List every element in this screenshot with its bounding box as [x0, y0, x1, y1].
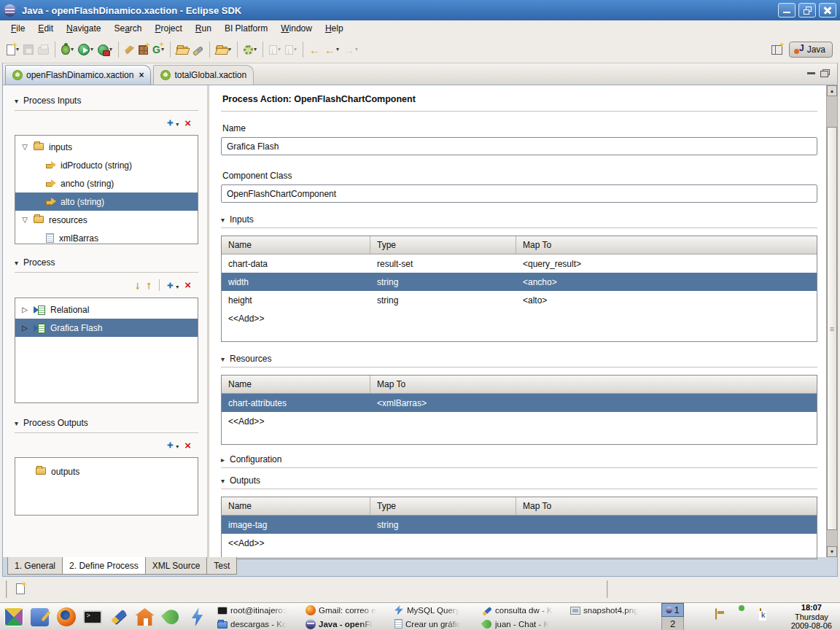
tab-general[interactable]: 1. General [7, 557, 63, 575]
inputs-section-header[interactable]: ▾Inputs [221, 214, 817, 225]
new-report-button[interactable]: G▾ [150, 40, 166, 59]
table-row-selected[interactable]: image-tag string [222, 516, 817, 534]
resources-section-header[interactable]: ▾Resources [221, 354, 817, 364]
volume-icon[interactable] [694, 609, 710, 625]
dropdown-caret-icon[interactable]: ▾ [71, 47, 74, 52]
window-titlebar[interactable]: Java - openFlashDinamico.xaction - Eclip… [0, 0, 840, 20]
workspace-2[interactable]: 2 [661, 617, 684, 630]
add-row[interactable]: <<Add>> [222, 534, 817, 552]
run-config-button[interactable]: ▾ [241, 40, 259, 59]
add-action-button[interactable]: + ▾ [167, 280, 179, 291]
scroll-down-icon[interactable]: ▼ [827, 546, 837, 557]
debug-button[interactable]: ▾ [59, 40, 76, 59]
menu-navigate[interactable]: Navigate [60, 22, 107, 35]
column-header-type[interactable]: Type [370, 236, 516, 254]
tree-item-idproducto[interactable]: idProducto (string) [15, 156, 198, 174]
tab-totalglobal[interactable]: totalGlobal.xaction [153, 65, 254, 85]
action-item-grafica-flash[interactable]: ▷Grafica Flash [15, 319, 198, 337]
menu-run[interactable]: Run [189, 22, 218, 35]
task-crear-grafico[interactable]: Crear un gráfic [391, 617, 479, 630]
column-header-type[interactable]: Type [370, 497, 516, 515]
table-row[interactable]: height string <alto> [222, 291, 817, 309]
restore-button[interactable] [798, 3, 816, 18]
process-outputs-header[interactable]: ▾Process Outputs [3, 403, 207, 430]
delete-input-button[interactable]: × [184, 118, 191, 128]
workspace-1[interactable]: 1 [661, 603, 684, 617]
menu-edit[interactable]: Edit [31, 22, 60, 35]
chevron-down-icon[interactable]: ▾ [176, 121, 179, 128]
column-header-name[interactable]: Name [222, 497, 370, 515]
expander-icon[interactable]: ▽ [21, 143, 28, 151]
bird-messenger-launcher-icon[interactable] [160, 606, 182, 629]
name-input[interactable] [221, 137, 817, 155]
notes-icon[interactable] [715, 609, 731, 625]
close-button[interactable] [819, 3, 836, 18]
process-inputs-header[interactable]: ▾Process Inputs [3, 87, 207, 108]
column-header-mapto[interactable]: Map To [370, 376, 817, 393]
tree-item-inputs[interactable]: ▽inputs [15, 138, 198, 156]
tab-openflashdinamico[interactable]: openFlashDinamico.xaction × [5, 65, 151, 85]
new-wizard-button[interactable]: ▾ [4, 40, 21, 59]
add-label[interactable]: <<Add>> [222, 416, 370, 427]
tree-item-xmlbarras[interactable]: xmlBarras [15, 229, 198, 244]
minimize-button[interactable] [778, 3, 796, 18]
component-class-input[interactable] [221, 184, 817, 203]
firefox-launcher-icon[interactable] [55, 606, 77, 629]
collapse-triangle-icon[interactable]: ▾ [221, 477, 225, 485]
menu-window[interactable]: Window [274, 22, 319, 35]
new-package-button[interactable] [136, 40, 150, 59]
tab-define-process[interactable]: 2. Define Process [62, 557, 146, 575]
bi-publish-button[interactable] [122, 40, 136, 59]
maximize-view-icon[interactable] [822, 69, 830, 75]
task-mysql-query[interactable]: MySQL Query [391, 603, 479, 617]
dropdown-caret-icon[interactable]: ▾ [161, 47, 164, 52]
dropdown-caret-icon[interactable]: ▾ [336, 47, 339, 52]
collapse-triangle-icon[interactable]: ▾ [221, 355, 225, 363]
menu-file[interactable]: File [4, 22, 31, 35]
tab-close-icon[interactable]: × [137, 70, 144, 80]
dropdown-caret-icon[interactable]: ▾ [254, 47, 257, 52]
menu-help[interactable]: Help [319, 22, 350, 35]
collapse-triangle-icon[interactable]: ▾ [15, 419, 18, 427]
chevron-down-icon[interactable]: ▾ [176, 443, 179, 450]
dropdown-caret-icon[interactable]: ▾ [16, 47, 19, 52]
table-row[interactable]: chart-data result-set <query_result> [222, 254, 817, 273]
chevron-down-icon[interactable]: ▾ [176, 284, 179, 290]
external-tools-button[interactable]: ▾ [96, 40, 114, 59]
task-eclipse-java[interactable]: Java - openFl [303, 617, 391, 630]
menu-search[interactable]: Search [107, 22, 148, 35]
home-folder-launcher-icon[interactable] [133, 606, 156, 629]
move-up-button[interactable]: ↑ [147, 280, 152, 290]
task-descargas[interactable]: descargas - Ko [214, 617, 303, 630]
expand-triangle-icon[interactable]: ▸ [221, 456, 225, 464]
task-juan-chat[interactable]: juan - Chat - K [479, 617, 567, 630]
open-file-button[interactable] [174, 40, 190, 59]
column-header-mapto[interactable]: Map To [516, 236, 817, 254]
menu-bi-platform[interactable]: BI Platform [218, 22, 274, 35]
taskbar-clock[interactable]: 18:07 Thursday 2009-08-06 [791, 603, 838, 630]
tab-xml-source[interactable]: XML Source [145, 557, 208, 575]
open-perspective-button[interactable] [769, 40, 785, 59]
delete-output-button[interactable]: × [184, 440, 191, 451]
collapse-triangle-icon[interactable]: ▾ [15, 97, 18, 105]
column-header-name[interactable]: Name [222, 236, 370, 254]
outputs-section-header[interactable]: ▾Outputs [221, 475, 817, 486]
search-button[interactable] [190, 40, 206, 59]
scroll-up-icon[interactable]: ▲ [827, 85, 837, 96]
add-input-button[interactable]: + ▾ [167, 117, 179, 128]
action-item-relational[interactable]: ▷Relational [15, 300, 198, 319]
menu-project[interactable]: Project [148, 22, 188, 35]
task-snapshot[interactable]: snapshot4.png [567, 603, 656, 617]
scrollbar-track[interactable]: ≡ [827, 96, 837, 546]
buddy-status-icon[interactable] [736, 609, 752, 625]
fast-view-icon[interactable] [16, 583, 25, 594]
move-down-button[interactable]: ↓ [135, 280, 141, 290]
centos-menu-icon[interactable] [2, 606, 25, 629]
lightning-launcher-icon[interactable] [186, 606, 209, 629]
column-header-name[interactable]: Name [222, 376, 370, 393]
expander-icon[interactable]: ▷ [21, 324, 28, 332]
collapse-triangle-icon[interactable]: ▾ [15, 259, 18, 267]
add-row[interactable]: <<Add>> [222, 412, 817, 430]
tree-item-ancho[interactable]: ancho (string) [15, 174, 198, 192]
column-header-mapto[interactable]: Map To [516, 497, 817, 515]
